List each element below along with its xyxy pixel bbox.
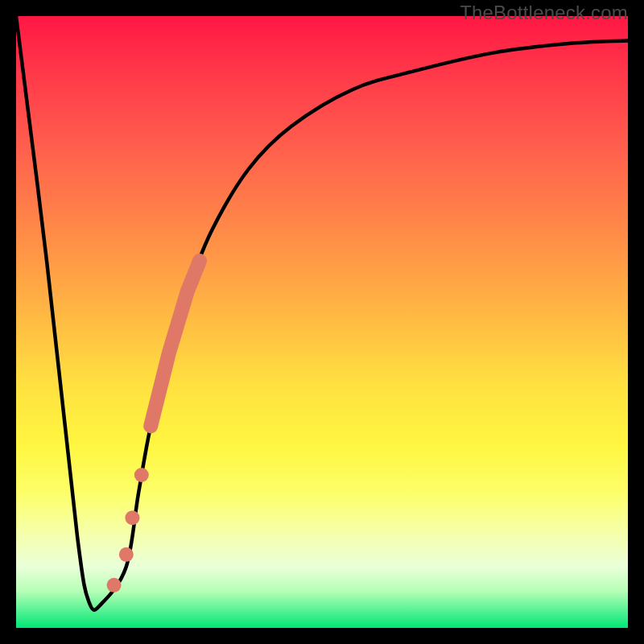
plot-area bbox=[16, 16, 628, 628]
highlight-dot bbox=[125, 510, 139, 525]
highlight-markers bbox=[107, 261, 200, 592]
chart-frame: TheBottleneck.com bbox=[0, 0, 644, 644]
highlight-dot bbox=[107, 578, 122, 592]
curve-path bbox=[16, 16, 628, 610]
highlight-dot bbox=[134, 468, 149, 482]
curve-svg bbox=[16, 16, 628, 628]
highlight-dot bbox=[119, 547, 134, 562]
bottleneck-curve bbox=[16, 16, 628, 610]
watermark-text: TheBottleneck.com bbox=[460, 2, 628, 24]
highlight-segment bbox=[151, 261, 200, 426]
